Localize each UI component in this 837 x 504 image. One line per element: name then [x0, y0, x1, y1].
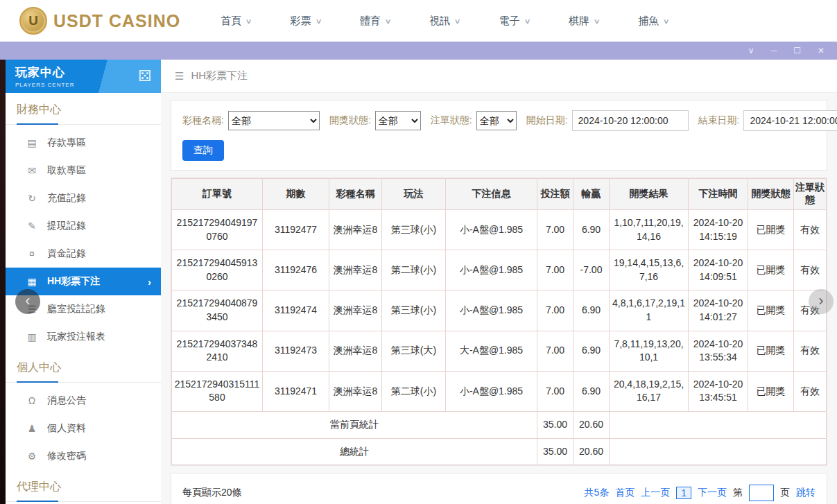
- lottery-name-select[interactable]: 全部: [228, 111, 320, 130]
- cell-period: 31192476: [263, 250, 329, 290]
- col-header-lottery: 彩種名稱: [329, 179, 382, 210]
- filter-row: 彩種名稱: 全部 開獎狀態: 全部 注單狀態:: [182, 110, 816, 131]
- section-finance-header: 財務中心: [6, 93, 161, 125]
- section-agent-header: 代理中心: [6, 470, 161, 502]
- cell-amount: 7.00: [537, 371, 573, 411]
- table-row: 2152172940408793450 31192474 澳洲幸运8 第三球(小…: [172, 290, 827, 331]
- cell-bet-status: 有效: [794, 331, 827, 371]
- nav-item-label: 電子: [499, 15, 520, 28]
- cell-result: 1,10,7,11,20,19,14,16: [610, 210, 689, 250]
- nav-item-label: 首頁: [221, 15, 241, 28]
- section-title-agent: 代理中心: [17, 480, 150, 494]
- menu-icon[interactable]: ☰: [175, 70, 184, 82]
- chevron-down-icon: ∨: [524, 17, 530, 25]
- brand-logo[interactable]: U USDT CASINO: [19, 7, 180, 35]
- main-nav: 首頁∨ 彩票∨ 體育∨ 視訊∨ 電子∨ 棋牌∨ 捕魚∨: [221, 15, 668, 28]
- sidebar-item-label: 存款專區: [47, 137, 86, 149]
- next-page-link[interactable]: 下一页: [698, 487, 727, 499]
- coin-logo-icon: U: [19, 7, 47, 35]
- cell-play: 第三球(大): [382, 331, 446, 371]
- cell-bet-time: 2024-10-20 13:45:51: [689, 371, 748, 411]
- search-button[interactable]: 查詢: [182, 140, 224, 161]
- cell-bet-info: 小-A盤@1.985: [446, 210, 537, 250]
- nav-item-sports[interactable]: 體育∨: [360, 15, 390, 28]
- cell-amount: 7.00: [537, 210, 573, 250]
- cell-bet-status: 有效: [794, 371, 827, 411]
- summary-page-empty: [610, 411, 827, 438]
- sidebar-item-funds-record[interactable]: ¤資金記錄: [6, 240, 161, 268]
- nav-item-lottery[interactable]: 彩票∨: [291, 15, 321, 28]
- jump-prefix: 第: [733, 487, 743, 499]
- window-close-icon[interactable]: ✕: [818, 46, 825, 55]
- cell-order-id: 2152172940459130260: [172, 250, 263, 290]
- cell-draw-status: 已開獎: [748, 210, 794, 250]
- nav-item-fishing[interactable]: 捕魚∨: [638, 15, 668, 28]
- nav-item-label: 捕魚: [638, 15, 659, 28]
- summary-row-total: 總統計 35.00 20.60: [172, 438, 827, 465]
- sidebar-item-label: 資金記錄: [47, 247, 86, 260]
- sidebar-item-label: 修改密碼: [47, 450, 86, 462]
- summary-total-empty: [610, 438, 827, 465]
- finance-menu: ▤存款專區 ✉取款專區 ↻充值記錄 ✎提現記錄 ¤資金記錄 ▦HH彩票下注› ☰…: [6, 129, 161, 351]
- cell-draw-status: 已開獎: [748, 371, 794, 411]
- window-collapse-icon[interactable]: ∨: [748, 46, 754, 55]
- sidebar-item-label: 廳室投註記錄: [47, 303, 105, 315]
- summary-total-label: 總統計: [172, 438, 537, 465]
- nav-item-home[interactable]: 首頁∨: [221, 15, 251, 28]
- sidebar-item-withdraw[interactable]: ✉取款專區: [6, 157, 161, 184]
- start-date-label: 開始日期:: [526, 114, 568, 127]
- jump-suffix: 页: [780, 487, 790, 499]
- cell-bet-status: 有效: [794, 210, 827, 250]
- chevron-down-icon: ∨: [593, 17, 600, 25]
- person-icon: ♟: [26, 423, 37, 434]
- nav-item-slots[interactable]: 電子∨: [499, 15, 530, 28]
- summary-page-amount: 35.00: [537, 411, 573, 438]
- start-date-input[interactable]: [572, 110, 689, 131]
- table-panel: 訂單號 期數 彩種名稱 玩法 下注信息 投注額 輸贏 開獎結果 下注時間 開獎狀…: [171, 177, 827, 466]
- nav-item-label: 體育: [360, 15, 381, 28]
- sidebar-item-recharge-record[interactable]: ↻充值記錄: [6, 184, 161, 212]
- jump-page-input[interactable]: [749, 485, 774, 501]
- cell-play: 第二球(小): [382, 250, 446, 290]
- bet-status-select[interactable]: 全部: [476, 111, 517, 130]
- section-personal-header: 個人中心: [6, 351, 161, 383]
- draw-status-label: 開獎狀態:: [329, 114, 371, 127]
- window-minimize-icon[interactable]: ─: [771, 46, 777, 55]
- nav-item-label: 棋牌: [569, 15, 589, 28]
- first-page-link[interactable]: 首页: [615, 487, 635, 499]
- players-center-header: 玩家中心 PLAYERS CENTER ⚄: [6, 60, 161, 93]
- summary-total-amount: 35.00: [537, 438, 573, 465]
- current-page[interactable]: 1: [676, 487, 691, 499]
- chevron-down-icon: ∨: [663, 17, 670, 25]
- chevron-right-icon: ›: [148, 276, 151, 288]
- sidebar-item-profile[interactable]: ♟個人資料: [6, 415, 161, 442]
- col-header-bet-time: 下注時間: [689, 179, 748, 210]
- prev-page-link[interactable]: 上一页: [641, 487, 670, 499]
- sidebar-item-player-report[interactable]: ▥玩家投注報表: [6, 323, 161, 351]
- recharge-record-icon: ↻: [26, 193, 37, 204]
- start-date-group: [572, 110, 689, 131]
- expand-panel-button[interactable]: ›: [809, 289, 834, 314]
- filter-panel: 彩種名稱: 全部 開獎狀態: 全部 注單狀態:: [171, 100, 827, 171]
- sidebar-item-withdrawal-record[interactable]: ✎提現記錄: [6, 212, 161, 240]
- sidebar-item-change-password[interactable]: ⚙修改密碼: [6, 442, 161, 470]
- table-header-row: 訂單號 期數 彩種名稱 玩法 下注信息 投注額 輸贏 開獎結果 下注時間 開獎狀…: [172, 179, 827, 210]
- end-date-input[interactable]: [743, 110, 837, 131]
- cell-play: 第三球(小): [382, 290, 446, 331]
- nav-item-cards[interactable]: 棋牌∨: [569, 15, 599, 28]
- table-row: 2152172940373482410 31192473 澳洲幸运8 第三球(大…: [172, 331, 827, 371]
- draw-status-select[interactable]: 全部: [375, 111, 421, 130]
- chevron-down-icon: ∨: [315, 17, 322, 25]
- collapse-sidebar-button[interactable]: ‹: [15, 289, 40, 314]
- sidebar-item-announcements[interactable]: Ω消息公告: [6, 387, 161, 415]
- table-row: 2152172940491970760 31192477 澳洲幸运8 第三球(小…: [172, 210, 827, 250]
- cell-order-id: 2152172940491970760: [172, 210, 263, 250]
- nav-item-live[interactable]: 視訊∨: [429, 15, 460, 28]
- cell-bet-time: 2024-10-20 14:01:27: [689, 290, 748, 331]
- cell-play: 第二球(小): [382, 371, 446, 411]
- jump-button[interactable]: 跳转: [796, 487, 816, 499]
- window-maximize-icon[interactable]: ☐: [793, 46, 801, 55]
- cell-bet-time: 2024-10-20 14:15:19: [689, 210, 748, 250]
- sidebar-item-deposit[interactable]: ▤存款專區: [6, 129, 161, 157]
- cell-win-loss: -7.00: [573, 250, 610, 290]
